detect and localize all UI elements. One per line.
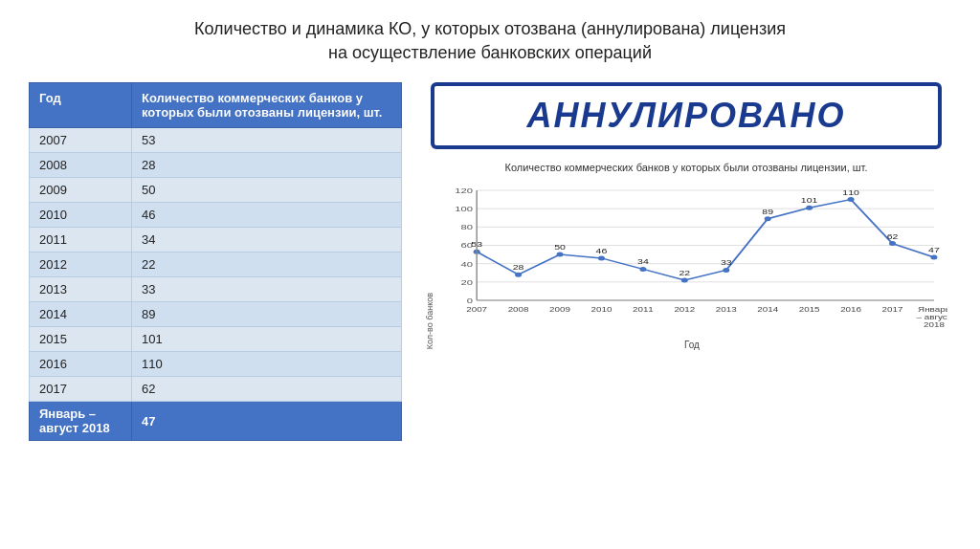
svg-text:100: 100 bbox=[455, 204, 473, 212]
svg-text:2016: 2016 bbox=[840, 305, 861, 313]
svg-text:2010: 2010 bbox=[591, 305, 612, 313]
chart-title: Количество коммерческих банков у которых… bbox=[425, 161, 947, 174]
table-row: 201762 bbox=[30, 377, 402, 402]
svg-text:2017: 2017 bbox=[882, 305, 903, 313]
table-cell-year: 2013 bbox=[30, 277, 132, 302]
svg-text:50: 50 bbox=[554, 243, 566, 251]
table-cell-year: 2016 bbox=[30, 352, 132, 377]
svg-point-17 bbox=[515, 272, 522, 276]
svg-text:2012: 2012 bbox=[674, 305, 695, 313]
svg-text:2007: 2007 bbox=[466, 305, 487, 313]
svg-text:40: 40 bbox=[460, 259, 473, 268]
stamp-container: АННУЛИРОВАНО bbox=[431, 82, 942, 149]
data-table: Год Количество коммерческих банков у кот… bbox=[29, 82, 402, 441]
svg-point-44 bbox=[889, 241, 896, 246]
table-cell-value: 47 bbox=[132, 402, 402, 441]
table-cell-year: 2015 bbox=[30, 327, 132, 352]
chart-section: Количество коммерческих банков у которых… bbox=[421, 161, 951, 349]
table-cell-value: 46 bbox=[132, 203, 402, 228]
svg-text:0: 0 bbox=[467, 296, 474, 304]
table-cell-value: 101 bbox=[132, 327, 402, 352]
table-row: 201333 bbox=[30, 277, 402, 302]
table-row: Январь – август 201847 bbox=[30, 402, 402, 441]
chart-area: 0204060801001205320072820085020094620103… bbox=[436, 181, 947, 350]
svg-text:110: 110 bbox=[842, 188, 859, 196]
svg-point-35 bbox=[765, 216, 771, 221]
svg-point-38 bbox=[806, 205, 813, 209]
svg-text:89: 89 bbox=[762, 208, 773, 215]
svg-text:2009: 2009 bbox=[549, 305, 570, 313]
svg-point-20 bbox=[557, 252, 564, 256]
table-cell-year: 2008 bbox=[30, 153, 132, 178]
col2-header: Количество коммерческих банков у которых… bbox=[132, 83, 402, 128]
chart-y-label: Кол-во банков bbox=[425, 293, 434, 349]
table-cell-year: 2009 bbox=[30, 178, 132, 203]
svg-point-32 bbox=[723, 268, 729, 273]
svg-text:120: 120 bbox=[455, 186, 473, 194]
content-area: Год Количество коммерческих банков у кот… bbox=[29, 82, 951, 441]
table-cell-value: 110 bbox=[132, 352, 402, 377]
table-cell-value: 50 bbox=[132, 178, 402, 203]
svg-point-47 bbox=[930, 254, 937, 259]
table-cell-year: 2017 bbox=[30, 377, 132, 402]
table-cell-year: 2007 bbox=[30, 128, 132, 153]
table-row: 200950 bbox=[30, 178, 402, 203]
svg-text:47: 47 bbox=[928, 246, 940, 253]
table-cell-value: 34 bbox=[132, 228, 402, 253]
table-row: 201222 bbox=[30, 253, 402, 277]
table-cell-year: 2012 bbox=[30, 253, 132, 277]
svg-text:62: 62 bbox=[887, 232, 899, 240]
table-cell-value: 89 bbox=[132, 302, 402, 327]
col1-header: Год bbox=[30, 83, 132, 128]
svg-text:2014: 2014 bbox=[757, 305, 778, 313]
svg-text:28: 28 bbox=[513, 263, 524, 271]
data-table-section: Год Количество коммерческих банков у кот… bbox=[29, 82, 402, 441]
svg-text:22: 22 bbox=[679, 269, 690, 276]
svg-text:20: 20 bbox=[460, 277, 473, 286]
chart-svg: 0204060801001205320072820085020094620103… bbox=[436, 181, 947, 334]
stamp-text: АННУЛИРОВАНО bbox=[526, 96, 845, 136]
table-cell-year: 2011 bbox=[30, 228, 132, 253]
svg-text:2011: 2011 bbox=[633, 305, 654, 313]
svg-point-26 bbox=[639, 267, 646, 272]
svg-text:80: 80 bbox=[460, 223, 473, 231]
svg-text:101: 101 bbox=[801, 196, 818, 204]
table-row: 201046 bbox=[30, 203, 402, 228]
table-cell-value: 28 bbox=[132, 153, 402, 178]
table-row: 201134 bbox=[30, 228, 402, 253]
table-row: 2016110 bbox=[30, 352, 402, 377]
svg-text:33: 33 bbox=[721, 258, 732, 266]
svg-text:Январь– август2018: Январь– август2018 bbox=[917, 305, 947, 328]
table-cell-year: 2014 bbox=[30, 302, 132, 327]
table-cell-value: 22 bbox=[132, 253, 402, 277]
table-cell-value: 53 bbox=[132, 128, 402, 153]
svg-point-23 bbox=[598, 255, 605, 260]
table-cell-year: 2010 bbox=[30, 203, 132, 228]
chart-x-label: Год bbox=[436, 340, 947, 350]
table-row: 2015101 bbox=[30, 327, 402, 352]
svg-text:2015: 2015 bbox=[799, 305, 820, 313]
svg-point-29 bbox=[681, 277, 688, 282]
svg-text:34: 34 bbox=[637, 258, 649, 266]
table-row: 200753 bbox=[30, 128, 402, 153]
table-cell-year: Январь – август 2018 bbox=[30, 402, 132, 441]
svg-text:2008: 2008 bbox=[508, 305, 529, 313]
svg-text:46: 46 bbox=[596, 247, 608, 254]
chart-wrapper: Кол-во банков 02040608010012053200728200… bbox=[425, 181, 947, 350]
svg-text:2013: 2013 bbox=[716, 305, 737, 313]
svg-point-41 bbox=[848, 197, 855, 202]
table-row: 201489 bbox=[30, 302, 402, 327]
table-cell-value: 33 bbox=[132, 277, 402, 302]
page-title: Количество и динамика КО, у которых отоз… bbox=[194, 17, 786, 65]
table-cell-value: 62 bbox=[132, 377, 402, 402]
table-row: 200828 bbox=[30, 153, 402, 178]
right-section: АННУЛИРОВАНО Количество коммерческих бан… bbox=[421, 82, 951, 349]
